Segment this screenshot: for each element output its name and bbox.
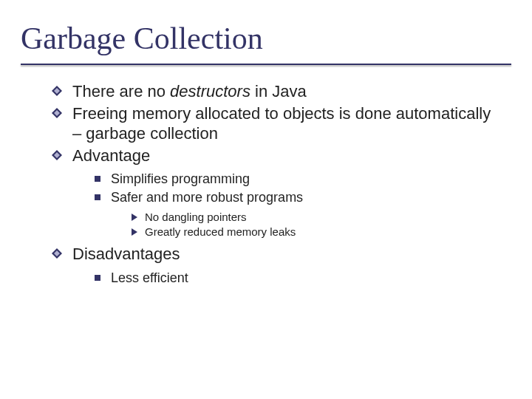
bullet-3-sub-2-a-text: No dangling pointers xyxy=(145,211,247,223)
bullet-2: Freeing memory allocated to objects is d… xyxy=(52,103,502,144)
bullet-1: There are no destructors in Java xyxy=(52,81,502,102)
bullet-4-sub-1: Less efficient xyxy=(95,269,502,287)
diamond-icon xyxy=(52,248,62,259)
bullet-3-text: Advantage xyxy=(72,146,150,165)
bullet-4-sub-1-text: Less efficient xyxy=(111,270,188,285)
diamond-icon xyxy=(52,150,62,160)
square-icon xyxy=(95,275,100,281)
bullet-3: Advantage Simplifies programming Safer a… xyxy=(52,146,502,240)
triangle-icon xyxy=(132,214,137,221)
bullet-3-sub-2-b: Greatly reduced memory leaks xyxy=(132,225,502,239)
bullet-3-sub-2-a: No dangling pointers xyxy=(132,210,502,225)
bullet-1-text-post: in Java xyxy=(250,82,307,100)
bullet-3-sub-2: Safer and more robust programs No dangli… xyxy=(95,188,502,239)
bullet-1-text-pre: There are no xyxy=(72,82,170,100)
bullet-3-sub-2-text: Safer and more robust programs xyxy=(111,190,303,205)
triangle-icon xyxy=(132,228,137,236)
bullet-4: Disadvantages Less efficient xyxy=(52,244,502,287)
square-icon xyxy=(95,194,100,200)
square-icon xyxy=(95,176,100,182)
bullet-3-sub-2-b-text: Greatly reduced memory leaks xyxy=(145,225,296,238)
diamond-icon xyxy=(52,108,62,118)
bullet-2-text: Freeing memory allocated to objects is d… xyxy=(72,104,491,143)
slide-title: Garbage Collection xyxy=(21,21,517,56)
bullet-3-sub-1: Simplifies programming xyxy=(95,170,502,188)
bullet-4-text: Disadvantages xyxy=(72,245,180,263)
bullet-1-text-em: destructors xyxy=(170,82,250,100)
bullet-3-sub-1-text: Simplifies programming xyxy=(111,171,250,186)
slide-body: There are no destructors in Java Freeing… xyxy=(0,65,532,287)
diamond-icon xyxy=(52,86,62,96)
